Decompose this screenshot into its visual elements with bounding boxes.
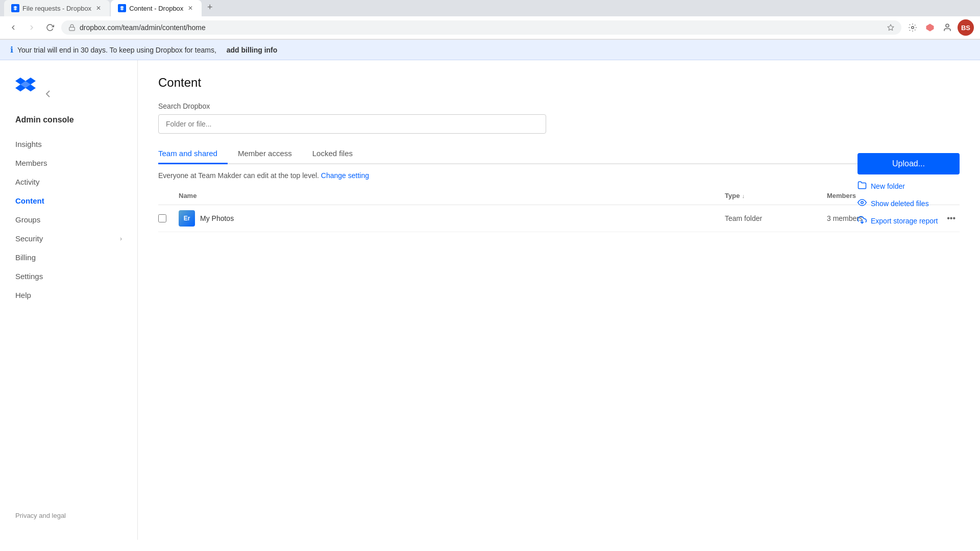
export-storage-label: Export storage report	[871, 217, 938, 225]
upload-button[interactable]: Upload...	[857, 153, 960, 174]
tab-team-shared[interactable]: Team and shared	[158, 144, 228, 164]
tab-favicon-2	[118, 4, 126, 12]
sidebar-item-groups[interactable]: Groups	[0, 210, 137, 229]
row-type: Team folder	[725, 214, 827, 222]
user-avatar-header[interactable]: BS	[958, 19, 974, 36]
add-billing-link[interactable]: add billing info	[227, 46, 278, 54]
sidebar-item-activity[interactable]: Activity	[0, 172, 137, 191]
star-icon[interactable]	[887, 24, 894, 31]
browser-chrome: File requests - Dropbox ✕ Content - Drop…	[0, 0, 980, 40]
svg-point-3	[946, 24, 949, 27]
sidebar-item-label-security: Security	[15, 234, 43, 243]
tab-file-requests[interactable]: File requests - Dropbox ✕	[4, 0, 110, 16]
add-tab-button[interactable]: +	[203, 0, 217, 14]
page-title: Content	[158, 76, 960, 90]
show-deleted-icon	[857, 198, 867, 209]
info-banner: ℹ Your trial will end in 30 days. To kee…	[0, 40, 980, 60]
tab-member-access[interactable]: Member access	[228, 144, 302, 164]
dropbox-logo	[15, 76, 36, 96]
sidebar: Admin console Insights Members Activity …	[0, 60, 138, 540]
svg-rect-0	[69, 27, 75, 30]
row-name-text: My Photos	[200, 214, 234, 222]
show-deleted-label: Show deleted files	[871, 199, 929, 208]
sidebar-item-insights[interactable]: Insights	[0, 135, 137, 154]
sidebar-item-label-members: Members	[15, 159, 47, 167]
brave-icon[interactable]	[923, 20, 937, 35]
search-input[interactable]	[158, 114, 546, 134]
sidebar-item-label-help: Help	[15, 291, 31, 299]
export-storage-link[interactable]: Export storage report	[857, 215, 938, 227]
tab-favicon-1	[11, 4, 19, 12]
address-actions: BS	[905, 19, 974, 36]
tab-close-2[interactable]: ✕	[186, 4, 194, 12]
export-storage-icon	[857, 215, 867, 227]
content-table-container: Name Type ↓ Members Er My Photos Team fo…	[158, 187, 960, 232]
sidebar-item-security[interactable]: Security ›	[0, 229, 137, 248]
new-folder-link[interactable]: New folder	[857, 181, 905, 192]
folder-icon: Er	[179, 210, 195, 227]
banner-text: Your trial will end in 30 days. To keep …	[17, 46, 216, 54]
extensions-icon[interactable]	[905, 20, 920, 35]
row-checkbox-input[interactable]	[158, 214, 166, 222]
main-content: Content Search Dropbox Team and shared M…	[138, 60, 980, 540]
tab-close-1[interactable]: ✕	[94, 4, 103, 12]
url-bar[interactable]: dropbox.com/team/admin/content/home	[61, 20, 901, 35]
search-label: Search Dropbox	[158, 102, 960, 110]
forward-button[interactable]	[24, 20, 39, 35]
table-col-name: Name	[179, 192, 725, 199]
right-panel-actions: Upload... New folder Show deleted files …	[857, 153, 960, 227]
tab-title-1: File requests - Dropbox	[22, 5, 91, 12]
sidebar-logo[interactable]	[0, 70, 137, 115]
permission-text: Everyone at Team Makder can edit at the …	[158, 171, 319, 180]
sidebar-item-label-billing: Billing	[15, 253, 36, 262]
table-row: Er My Photos Team folder 3 members •••	[158, 205, 960, 232]
app-layout: Admin console Insights Members Activity …	[0, 60, 980, 540]
tab-content[interactable]: Content - Dropbox ✕	[111, 0, 202, 16]
tab-locked-files[interactable]: Locked files	[302, 144, 363, 164]
sidebar-item-label-content: Content	[15, 196, 44, 205]
sidebar-item-label-groups: Groups	[15, 215, 40, 224]
svg-point-4	[861, 202, 864, 204]
sidebar-collapse-icon[interactable]	[42, 88, 54, 100]
sidebar-item-billing[interactable]: Billing	[0, 248, 137, 267]
privacy-legal-link[interactable]: Privacy and legal	[15, 512, 66, 519]
lock-icon	[68, 24, 76, 31]
table-header: Name Type ↓ Members	[158, 187, 960, 205]
sidebar-item-members[interactable]: Members	[0, 154, 137, 172]
sidebar-item-settings[interactable]: Settings	[0, 267, 137, 286]
info-icon: ℹ	[10, 45, 13, 55]
sidebar-item-content[interactable]: Content	[0, 191, 137, 210]
admin-console-title: Admin console	[0, 115, 137, 135]
table-col-type: Type ↓	[725, 192, 827, 199]
row-name: Er My Photos	[179, 210, 725, 227]
content-tabs: Team and shared Member access Locked fil…	[158, 144, 960, 164]
permission-notice: Everyone at Team Makder can edit at the …	[158, 164, 960, 187]
new-folder-icon	[857, 181, 867, 192]
change-setting-link[interactable]: Change setting	[321, 171, 369, 180]
back-button[interactable]	[6, 20, 20, 35]
new-folder-label: New folder	[871, 182, 905, 190]
tab-title-2: Content - Dropbox	[129, 5, 183, 12]
sidebar-item-label-insights: Insights	[15, 140, 42, 148]
svg-marker-1	[888, 24, 894, 30]
sidebar-item-label-activity: Activity	[15, 178, 40, 186]
profile-button[interactable]	[940, 20, 954, 35]
show-deleted-link[interactable]: Show deleted files	[857, 198, 929, 209]
security-chevron-icon: ›	[120, 235, 122, 242]
sidebar-item-label-settings: Settings	[15, 272, 43, 281]
sidebar-item-help[interactable]: Help	[0, 286, 137, 305]
refresh-button[interactable]	[43, 20, 57, 35]
sort-icon[interactable]: ↓	[742, 193, 745, 199]
sidebar-nav: Insights Members Activity Content Groups…	[0, 135, 137, 305]
url-text: dropbox.com/team/admin/content/home	[80, 23, 883, 32]
tabs-bar: File requests - Dropbox ✕ Content - Drop…	[0, 0, 980, 16]
address-bar: dropbox.com/team/admin/content/home BS	[0, 16, 980, 39]
svg-point-2	[912, 27, 914, 29]
sidebar-bottom: Privacy and legal	[0, 501, 137, 530]
row-checkbox[interactable]	[158, 214, 179, 222]
